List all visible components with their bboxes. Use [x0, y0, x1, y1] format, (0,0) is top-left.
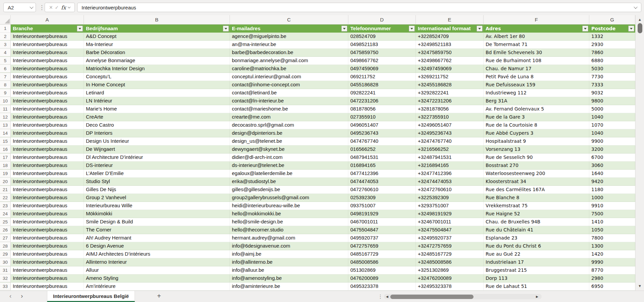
column-letter-G[interactable]: G: [589, 15, 635, 24]
cell[interactable]: 1410: [589, 218, 635, 226]
cell[interactable]: 7800: [589, 234, 635, 242]
cell[interactable]: 0495236743: [348, 129, 416, 137]
cell[interactable]: Interieurontwerpbureaus: [11, 194, 84, 202]
cell[interactable]: Interieurontwerpbureaus: [11, 65, 84, 73]
cell[interactable]: Rue de la Gare 3: [484, 113, 589, 121]
cell[interactable]: Rue Haigne 52: [484, 210, 589, 218]
cell[interactable]: hermant.audrey@gmail.com: [230, 234, 348, 242]
filter-button[interactable]: [341, 26, 347, 32]
cell[interactable]: bonmariage.annelyse@gmail.com: [230, 57, 348, 64]
cell[interactable]: Interieurontwerpbureaus: [11, 274, 84, 282]
cell[interactable]: Interieurbureau Wille: [84, 202, 230, 210]
cell[interactable]: Deco Castro: [84, 121, 230, 129]
cell[interactable]: +32497459069: [416, 65, 484, 73]
cell[interactable]: Rue au Gué 22: [484, 250, 589, 258]
column-letter-E[interactable]: E: [416, 15, 484, 24]
cell[interactable]: 1000: [589, 194, 635, 202]
cell[interactable]: 0495323378: [348, 283, 416, 290]
cell[interactable]: Vorsenzang 13: [484, 145, 589, 153]
cell[interactable]: 0475504847: [348, 226, 416, 234]
column-letter-F[interactable]: F: [484, 15, 589, 24]
cell[interactable]: 092822241: [348, 89, 416, 97]
cell[interactable]: Bosstraat 270: [484, 162, 589, 169]
cell[interactable]: 016566252: [348, 145, 416, 153]
cell[interactable]: Interieurontwerpbureaus: [11, 49, 84, 56]
cell[interactable]: Ma-Interieur: [84, 41, 230, 48]
cell[interactable]: Design Us Interieur: [84, 137, 230, 145]
row-number[interactable]: 27: [0, 234, 11, 242]
cell[interactable]: +32487941531: [416, 154, 484, 161]
row-number[interactable]: 2: [0, 33, 11, 40]
cell[interactable]: info@6designavenue.com: [230, 242, 348, 250]
cell[interactable]: 8770: [589, 266, 635, 274]
sheet-prev-icon[interactable]: ‹: [9, 292, 11, 300]
cell[interactable]: De Wijngaert: [84, 145, 230, 153]
row-number[interactable]: 33: [0, 283, 11, 290]
column-letter-D[interactable]: D: [348, 15, 416, 24]
cell[interactable]: barbe@barbedecoration.be: [230, 49, 348, 56]
cell[interactable]: +32485008586: [416, 258, 484, 266]
cell[interactable]: Industrieweg 112: [484, 89, 589, 97]
cell[interactable]: 0472757659: [348, 242, 416, 250]
cell[interactable]: 0472760610: [348, 186, 416, 193]
cell[interactable]: 3060: [589, 162, 635, 169]
cell[interactable]: 1640: [589, 170, 635, 177]
cell[interactable]: Interieurontwerpbureaus: [11, 57, 84, 64]
cell[interactable]: 9900: [589, 137, 635, 145]
row-number[interactable]: 32: [0, 274, 11, 282]
cell[interactable]: contact@inhome-concept.com: [230, 81, 348, 89]
cell[interactable]: Interieurontwerpbureaus: [11, 33, 84, 40]
cell[interactable]: Petit Pavé de Luna 8: [484, 73, 589, 81]
add-sheet-button[interactable]: +: [157, 292, 161, 300]
cell[interactable]: 1420: [589, 250, 635, 258]
cell[interactable]: info@aminterieure.be: [230, 283, 348, 290]
row-number[interactable]: 26: [0, 226, 11, 234]
cell[interactable]: 069211752: [348, 73, 416, 81]
cell[interactable]: Am’intérieure: [84, 283, 230, 290]
cell[interactable]: +3216566252: [416, 145, 484, 153]
row-number[interactable]: 1: [0, 25, 11, 33]
cell[interactable]: Group 2 Vanhevel: [84, 194, 230, 202]
cell[interactable]: 093751007: [348, 202, 416, 210]
cell[interactable]: info@allinterno.be: [230, 258, 348, 266]
row-number[interactable]: 7: [0, 73, 11, 81]
cell[interactable]: Smile Design & Build: [84, 218, 230, 226]
cell[interactable]: 0498191929: [348, 210, 416, 218]
scroll-up-icon[interactable]: ▲: [636, 17, 644, 21]
cell[interactable]: 0476200089: [348, 274, 416, 282]
cell[interactable]: Rue de Burhaimont 108: [484, 57, 589, 64]
cell[interactable]: +32475859750: [416, 49, 484, 56]
row-number[interactable]: 16: [0, 145, 11, 153]
cell[interactable]: Av. Fernand Golenvaux 5: [484, 105, 589, 113]
cell[interactable]: Interieurontwerpbureaus: [11, 170, 84, 177]
cell[interactable]: +32498667762: [416, 57, 484, 64]
row-number[interactable]: 24: [0, 210, 11, 218]
cell[interactable]: 0495920737: [348, 234, 416, 242]
cell[interactable]: 9910: [589, 202, 635, 210]
cell[interactable]: Interieurontwerpbureaus: [11, 266, 84, 274]
cell[interactable]: 1050: [589, 226, 635, 234]
cell[interactable]: Rue du Pont du Christ 6: [484, 242, 589, 250]
cell[interactable]: Rue de la Courtoisie 8: [484, 121, 589, 129]
cell[interactable]: Interieurontwerpbureaus: [11, 154, 84, 161]
row-number[interactable]: 28: [0, 242, 11, 250]
confirm-icon[interactable]: ✓: [55, 5, 59, 10]
cell[interactable]: dewyngaert@skynet.be: [230, 145, 348, 153]
cell[interactable]: +32472231206: [416, 97, 484, 105]
scroll-left-icon[interactable]: ◀: [386, 295, 388, 298]
cell[interactable]: agence@miguelpinto.be: [230, 33, 348, 40]
cell[interactable]: Interieurontwerpbureaus: [11, 186, 84, 193]
cell[interactable]: 1332: [589, 33, 635, 40]
cell[interactable]: caroline@matriochka.be: [230, 65, 348, 73]
cell[interactable]: CreArte: [84, 113, 230, 121]
cell[interactable]: Interieurontwerpbureaus: [11, 202, 84, 210]
cell[interactable]: Rue Abbé Cuypers 3: [484, 129, 589, 137]
cell[interactable]: Ameno Styling: [84, 274, 230, 282]
cell[interactable]: +32476200089: [416, 274, 484, 282]
row-number[interactable]: 5: [0, 57, 11, 64]
cell[interactable]: 0467001011: [348, 218, 416, 226]
cell[interactable]: 1040: [589, 129, 635, 137]
cell[interactable]: Marie’s Home: [84, 105, 230, 113]
cell[interactable]: LN Intérieur: [84, 97, 230, 105]
cell[interactable]: heidi@interieurbureau-wille.be: [230, 202, 348, 210]
